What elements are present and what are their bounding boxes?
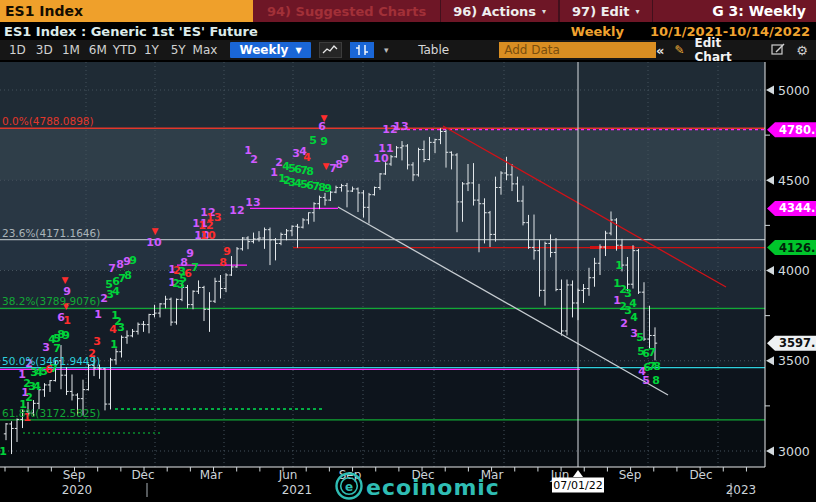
- svg-text:38.2%(3789.9076): 38.2%(3789.9076): [2, 295, 100, 307]
- svg-text:▼: ▼: [62, 275, 69, 285]
- svg-text:8: 8: [124, 269, 132, 282]
- range-button-max[interactable]: Max: [192, 43, 219, 57]
- svg-text:1: 1: [94, 308, 102, 321]
- chart-toolbar: 1D 3D 1M 6M YTD 1Y 5Y Max Weekly ▼: [0, 40, 816, 60]
- svg-text:3000: 3000: [778, 444, 810, 459]
- line-chart-type-button[interactable]: [319, 42, 343, 58]
- svg-text:0.0%(4788.0898): 0.0%(4788.0898): [2, 115, 94, 127]
- svg-text:7: 7: [648, 346, 656, 359]
- range-button-1d[interactable]: 1D: [4, 43, 31, 57]
- edit-menu[interactable]: 97) Edit ▾: [559, 0, 652, 22]
- svg-text:1: 1: [615, 259, 623, 272]
- ohlc-bars-type-button[interactable]: [350, 42, 374, 58]
- svg-text:Jun: Jun: [278, 468, 298, 482]
- svg-text:8: 8: [653, 360, 661, 373]
- svg-text:7: 7: [108, 262, 116, 275]
- range-button-6m[interactable]: 6M: [84, 43, 111, 57]
- svg-text:4: 4: [112, 285, 120, 298]
- price-tags: 4780.004344.004126.753597.50: [767, 122, 816, 350]
- svg-text:4000: 4000: [778, 263, 810, 278]
- svg-text:4126.75: 4126.75: [779, 241, 816, 255]
- svg-text:4: 4: [109, 323, 117, 336]
- title-bar: ES1 Index 94) Suggested Charts 96) Actio…: [0, 0, 816, 22]
- menu-bar: 94) Suggested Charts 96) Actions ▾ 97) E…: [253, 0, 816, 22]
- svg-text:4: 4: [630, 311, 638, 324]
- chevron-down-icon: ▼: [295, 46, 301, 55]
- svg-text:▼: ▼: [321, 113, 328, 123]
- svg-text:ecoinomic: ecoinomic: [366, 475, 500, 500]
- svg-text:9: 9: [320, 135, 328, 148]
- svg-text:12: 12: [229, 204, 244, 217]
- range-button-5y[interactable]: 5Y: [165, 43, 192, 57]
- price-chart[interactable]: ▼9▼6189453732234567123412111789910▼56782…: [0, 0, 816, 502]
- svg-text:5: 5: [636, 331, 644, 344]
- svg-text:5: 5: [642, 374, 650, 387]
- svg-text:4: 4: [303, 151, 311, 164]
- svg-text:7: 7: [53, 342, 61, 355]
- table-button[interactable]: Table: [418, 43, 449, 57]
- svg-text:3500: 3500: [778, 353, 810, 368]
- ticker-input[interactable]: ES1 Index: [0, 0, 253, 22]
- chevron-down-icon: ▾: [636, 7, 640, 16]
- svg-text:4344.00: 4344.00: [779, 201, 816, 215]
- svg-text:2021: 2021: [282, 483, 313, 497]
- svg-text:61.8%(3172.5825): 61.8%(3172.5825): [2, 407, 100, 419]
- svg-text:11: 11: [378, 142, 393, 155]
- price-axis-labels: 50004500400035003000: [766, 83, 810, 459]
- svg-text:2020: 2020: [62, 483, 93, 497]
- svg-text:8: 8: [306, 165, 314, 178]
- svg-text:Dec: Dec: [689, 468, 712, 482]
- add-data-input[interactable]: Add Data: [499, 42, 656, 58]
- svg-text:2023: 2023: [726, 483, 757, 497]
- ticker-text: ES1 Index: [5, 3, 83, 19]
- svg-text:4500: 4500: [778, 173, 810, 188]
- svg-text:13: 13: [393, 120, 408, 133]
- svg-text:1: 1: [0, 445, 7, 458]
- svg-text:5000: 5000: [778, 83, 810, 98]
- gear-icon[interactable]: ⚙: [796, 43, 808, 58]
- pencil-icon[interactable]: ✎: [674, 43, 684, 57]
- svg-text:Sep: Sep: [63, 468, 86, 482]
- svg-text:8: 8: [652, 374, 660, 387]
- collapse-panel-icon[interactable]: «: [656, 43, 664, 58]
- range-button-3d[interactable]: 3D: [31, 43, 58, 57]
- edit-chart-button[interactable]: Edit Chart: [695, 36, 762, 64]
- interval-dropdown[interactable]: Weekly ▼: [230, 42, 310, 58]
- svg-text:3: 3: [117, 321, 125, 334]
- svg-text:1: 1: [63, 314, 71, 327]
- annotate-chart-icon[interactable]: [771, 43, 786, 58]
- svg-text:13: 13: [245, 196, 260, 209]
- svg-text:9: 9: [341, 153, 349, 166]
- period-label: Weekly: [571, 24, 624, 39]
- svg-text:3: 3: [177, 278, 185, 291]
- chevron-down-icon: ▾: [542, 7, 546, 16]
- svg-text:9: 9: [186, 247, 194, 260]
- svg-text:3: 3: [42, 341, 50, 354]
- svg-text:9: 9: [223, 245, 231, 258]
- svg-text:▼: ▼: [152, 226, 159, 236]
- svg-text:13: 13: [206, 211, 221, 224]
- suggested-charts-menu[interactable]: 94) Suggested Charts: [253, 4, 440, 19]
- line-chart-icon: [322, 45, 338, 55]
- svg-text:9: 9: [129, 254, 137, 267]
- svg-text:Mar: Mar: [200, 468, 223, 482]
- range-button-1y[interactable]: 1Y: [138, 43, 165, 57]
- bloomberg-chart-window: ▼9▼6189453732234567123412111789910▼56782…: [0, 0, 816, 502]
- range-button-ytd[interactable]: YTD: [111, 43, 138, 57]
- chart-type-more-dropdown[interactable]: ▾: [378, 45, 394, 55]
- security-description: ES1 Index : Generic 1st 'ES' Future: [0, 24, 258, 39]
- svg-text:5: 5: [309, 134, 317, 147]
- panel-label: G 3: Weekly: [712, 3, 816, 19]
- svg-text:07/01/22: 07/01/22: [553, 479, 602, 492]
- svg-text:Sep: Sep: [619, 468, 642, 482]
- svg-text:50.0%(3461.9449): 50.0%(3461.9449): [2, 355, 100, 367]
- svg-text:7: 7: [191, 261, 199, 274]
- svg-text:9: 9: [324, 182, 332, 195]
- actions-menu[interactable]: 96) Actions ▾: [440, 0, 559, 22]
- ohlc-bars-icon: [355, 44, 369, 56]
- svg-text:1: 1: [270, 166, 278, 179]
- svg-text:e: e: [345, 480, 353, 494]
- svg-text:Dec: Dec: [131, 468, 154, 482]
- svg-text:9: 9: [62, 329, 70, 342]
- range-button-1m[interactable]: 1M: [58, 43, 85, 57]
